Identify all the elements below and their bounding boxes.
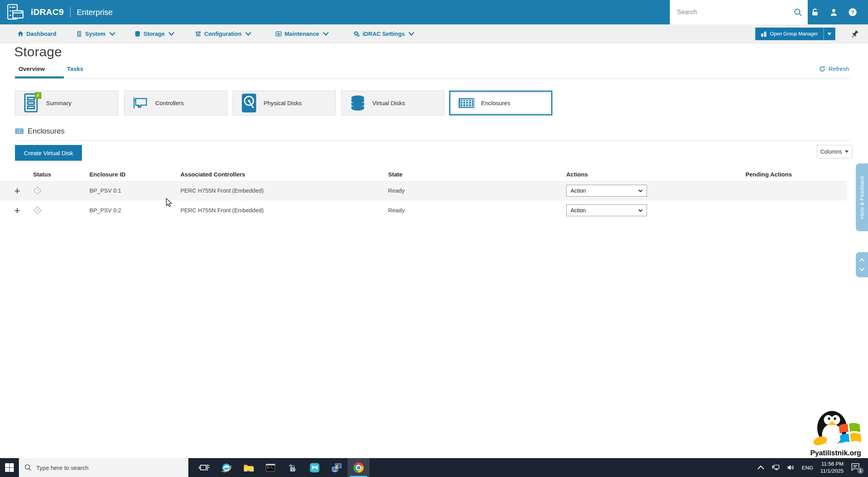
action-select[interactable]: Action (566, 185, 647, 197)
header-state: State (388, 167, 403, 181)
nav-idrac-settings[interactable]: iDRAC Settings (353, 24, 414, 43)
enclosures-table: Status Enclosure ID Associated Controlle… (0, 167, 847, 220)
chevron-down-icon (168, 31, 175, 37)
open-group-manager-button[interactable]: Open Group Manager (755, 28, 823, 40)
cell-state: Ready (388, 200, 405, 220)
table-row: + ? BP_PSV 0:2 PERC H755N Front (Embedde… (0, 200, 847, 220)
task-view-button[interactable] (193, 458, 215, 477)
tab-bar: Overview Tasks Refresh (0, 63, 868, 80)
nav-configuration[interactable]: Configuration (195, 24, 251, 43)
volume-icon[interactable] (787, 464, 795, 471)
nav-system[interactable]: System (76, 24, 115, 43)
taskbar-search-box[interactable]: Type here to search (19, 458, 188, 477)
file-explorer-button[interactable] (237, 458, 259, 477)
page-title: Storage (14, 44, 62, 59)
expand-row-button[interactable]: + (14, 205, 20, 215)
chevron-down-icon (827, 33, 831, 35)
open-group-manager-dropdown[interactable] (823, 28, 835, 40)
tab-tasks[interactable]: Tasks (67, 65, 83, 72)
watermark: Pyatilistnik.org (805, 406, 867, 457)
physical-disk-icon (241, 93, 257, 113)
scroll-buttons-tab (856, 252, 868, 277)
monitor-chart-icon (275, 31, 282, 37)
notification-badge: 1 (857, 468, 864, 474)
chevron-down-icon (845, 150, 849, 153)
cell-controller: PERC H755N Front (Embedded) (180, 200, 264, 220)
refresh-button[interactable]: Refresh (819, 65, 849, 72)
action-select[interactable]: Action (566, 204, 647, 216)
taskbar-clock[interactable]: 11:56 PM 11/1/2025 (820, 460, 844, 475)
chrome-icon (353, 462, 364, 473)
maxthon-button[interactable] (303, 458, 325, 477)
cell-enclosure-id: BP_PSV 0:2 (89, 200, 121, 220)
header-associated-controllers: Associated Controllers (180, 167, 245, 181)
tux-windows-logo (806, 406, 865, 449)
maxthon-icon (309, 462, 320, 473)
section-title: Enclosures (28, 127, 65, 135)
search-input[interactable] (670, 9, 794, 16)
internet-explorer-button[interactable] (215, 458, 237, 477)
task-view-icon (199, 462, 210, 473)
file-explorer-icon (243, 462, 254, 473)
table-row: + ? BP_PSV 0:1 PERC H755N Front (Embedde… (0, 181, 847, 200)
section-divider (15, 140, 851, 141)
tile-summary[interactable]: ✓ Summary (15, 91, 118, 115)
start-button[interactable] (0, 458, 19, 477)
columns-dropdown-button[interactable]: Columns (817, 145, 852, 158)
language-indicator[interactable]: ENG (802, 465, 813, 471)
nav-maintenance[interactable]: Maintenance (275, 24, 329, 43)
help-icon[interactable]: ? (848, 8, 857, 17)
taskbar-pinned-apps: C:\_ (193, 458, 370, 477)
home-icon (17, 31, 24, 37)
server-icon (76, 31, 82, 37)
user-icon[interactable] (829, 8, 838, 17)
remote-desktop-button[interactable] (325, 458, 348, 477)
svg-text:?: ? (851, 9, 854, 15)
command-prompt-button[interactable]: C:\_ (259, 458, 281, 477)
scroll-up-icon[interactable] (859, 258, 865, 262)
nav-storage[interactable]: Storage (134, 24, 175, 43)
cell-enclosure-id: BP_PSV 0:1 (89, 181, 121, 200)
tile-physical-disks[interactable]: Physical Disks (232, 91, 336, 115)
tile-enclosures[interactable]: Enclosures (449, 91, 552, 115)
sliders-icon (195, 31, 201, 37)
tab-divider (15, 78, 851, 79)
pin-icon[interactable] (849, 29, 860, 39)
watermark-text: Pyatilistnik.org (805, 449, 867, 457)
nav-dashboard[interactable]: Dashboard (17, 24, 56, 43)
brand-separator (70, 7, 71, 17)
tile-virtual-disks[interactable]: Virtual Disks (341, 91, 444, 115)
header-enclosure-id: Enclosure ID (89, 167, 126, 181)
chevron-down-icon (245, 31, 251, 37)
search-icon[interactable] (794, 8, 802, 17)
svg-text:C:\_: C:\_ (267, 466, 274, 469)
create-virtual-disk-button[interactable]: Create Virtual Disk (15, 145, 82, 161)
secure-transfer-button[interactable] (281, 458, 303, 477)
action-center-button[interactable]: 1 (851, 462, 862, 473)
table-header-row: Status Enclosure ID Associated Controlle… (0, 167, 847, 181)
svg-text:?: ? (36, 209, 38, 213)
header-status: Status (33, 167, 51, 181)
unlock-icon[interactable] (810, 8, 819, 17)
internet-explorer-icon (221, 462, 232, 473)
remote-desktop-icon (331, 462, 342, 473)
system-tray: ENG 11:56 PM 11/1/2025 1 (757, 458, 868, 477)
brand-edition: Enterprise (77, 8, 113, 17)
virtual-disk-icon (349, 95, 366, 111)
chrome-button[interactable] (348, 458, 370, 477)
idrac-screen: iDRAC9 Enterprise ? (0, 0, 868, 477)
status-unknown-icon: ? (33, 186, 42, 195)
enclosure-small-icon (15, 128, 24, 134)
section-header: Enclosures (15, 127, 65, 135)
mouse-cursor (165, 198, 173, 208)
expand-row-button[interactable]: + (14, 186, 20, 196)
tile-controllers[interactable]: Controllers (124, 91, 227, 115)
help-feedback-tab[interactable]: Help & Feedback (856, 163, 868, 231)
tab-overview[interactable]: Overview (19, 65, 45, 72)
network-icon[interactable] (772, 464, 780, 471)
global-search (670, 0, 808, 24)
chevron-down-icon (408, 31, 414, 37)
tray-expand-icon[interactable] (757, 464, 765, 471)
scroll-down-icon[interactable] (859, 267, 865, 271)
top-bar: iDRAC9 Enterprise ? (0, 0, 868, 24)
